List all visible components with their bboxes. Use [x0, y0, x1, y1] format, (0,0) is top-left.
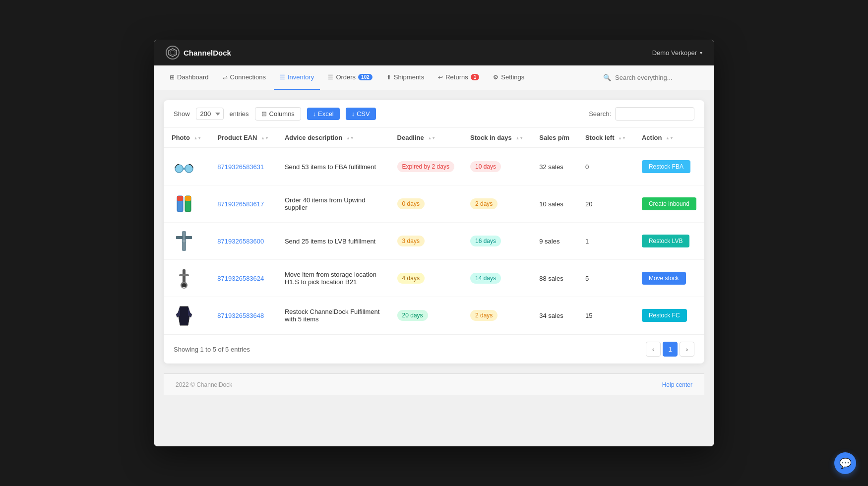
nav-item-settings[interactable]: ⚙ Settings — [487, 65, 530, 90]
cell-description: Move item from storage location H1.S to … — [277, 260, 389, 297]
controls-bar: Show 200 100 50 entries ⊟ Columns ↓ Exce… — [164, 100, 704, 128]
product-ean-link[interactable]: 8719326583600 — [217, 238, 264, 245]
deadline-badge: 3 days — [397, 236, 425, 246]
svg-marker-0 — [169, 49, 177, 57]
cell-description: Restock ChannelDock Fulfillment with 5 i… — [277, 297, 389, 334]
sales-value: 34 sales — [539, 312, 563, 319]
columns-button[interactable]: ⊟ Columns — [255, 107, 301, 121]
help-link[interactable]: Help center — [662, 381, 692, 388]
returns-badge: 1 — [471, 74, 480, 80]
inventory-icon: ☰ — [280, 74, 285, 81]
sort-icon-action[interactable]: ▲▼ — [666, 136, 674, 140]
pagination-info: Showing 1 to 5 of 5 entries — [174, 346, 250, 353]
stock-days-badge: 16 days — [470, 236, 501, 246]
cell-photo — [164, 185, 209, 223]
csv-button[interactable]: ↓ CSV — [346, 108, 376, 120]
nav-item-inventory[interactable]: ☰ Inventory — [274, 65, 320, 90]
pagination-next[interactable]: › — [680, 342, 694, 357]
sort-icon-stock-left[interactable]: ▲▼ — [618, 136, 626, 140]
show-select[interactable]: 200 100 50 — [196, 108, 224, 120]
cell-photo — [164, 297, 209, 334]
deadline-badge: 4 days — [397, 273, 425, 284]
nav-item-shipments[interactable]: ⬆ Shipments — [380, 65, 430, 90]
cell-sales-pm: 9 sales — [531, 223, 577, 260]
inventory-table: Photo ▲▼ Product EAN ▲▼ Advice descripti… — [164, 128, 704, 334]
cell-action: Restock LVB — [634, 223, 704, 260]
table-search[interactable]: Search: — [589, 107, 694, 121]
nav-item-returns[interactable]: ↩ Returns 1 — [432, 65, 485, 90]
table-row: 8719326583648 Restock ChannelDock Fulfil… — [164, 297, 704, 334]
brand-name: ChannelDock — [184, 49, 231, 57]
sort-icon-photo[interactable]: ▲▼ — [193, 136, 201, 140]
user-name: Demo Verkoper — [652, 49, 697, 57]
cell-deadline: 0 days — [389, 185, 462, 223]
pagination-prev[interactable]: ‹ — [646, 342, 661, 357]
cell-sales-pm: 34 sales — [531, 297, 577, 334]
cell-action: Move stock — [634, 260, 704, 297]
nav-label-shipments: Shipments — [394, 73, 424, 81]
chevron-down-icon: ▾ — [700, 50, 702, 56]
excel-button[interactable]: ↓ Excel — [307, 108, 340, 120]
action-button[interactable]: Move stock — [642, 272, 686, 285]
sort-icon-stock-days[interactable]: ▲▼ — [515, 136, 523, 140]
svg-rect-4 — [183, 168, 185, 170]
sort-icon-deadline[interactable]: ▲▼ — [428, 136, 435, 140]
product-ean-link[interactable]: 8719326583631 — [217, 163, 264, 171]
product-ean-link[interactable]: 8719326583648 — [217, 312, 264, 319]
sort-icon-ean[interactable]: ▲▼ — [261, 136, 269, 140]
user-menu[interactable]: Demo Verkoper ▾ — [652, 49, 702, 57]
action-button[interactable]: Restock LVB — [642, 235, 689, 247]
show-label: Show — [174, 110, 190, 118]
cell-ean: 8719326583600 — [209, 223, 277, 260]
sort-icon-description[interactable]: ▲▼ — [346, 136, 354, 140]
stock-days-badge: 14 days — [470, 273, 501, 284]
stock-left-value: 0 — [585, 163, 589, 171]
cell-ean: 8719326583617 — [209, 185, 277, 223]
csv-label: ↓ CSV — [352, 110, 370, 118]
svg-rect-8 — [185, 196, 191, 201]
cell-deadline: 20 days — [389, 297, 462, 334]
col-photo: Photo ▲▼ — [164, 128, 209, 148]
cell-sales-pm: 10 sales — [531, 185, 577, 223]
cell-stock-left: 0 — [577, 148, 634, 185]
cell-stock-left: 20 — [577, 185, 634, 223]
product-ean-link[interactable]: 8719326583617 — [217, 200, 264, 208]
orders-badge: 102 — [358, 74, 372, 80]
cell-photo — [164, 260, 209, 297]
settings-icon: ⚙ — [493, 74, 498, 81]
copyright: 2022 © ChannelDock — [176, 381, 232, 388]
chat-bubble[interactable]: 💬 — [834, 452, 856, 474]
product-photo — [172, 303, 196, 328]
stock-days-badge: 2 days — [470, 310, 497, 321]
stock-days-badge: 2 days — [470, 198, 497, 209]
search-input[interactable] — [615, 74, 704, 81]
entries-label: entries — [230, 110, 249, 118]
logo-icon — [166, 46, 180, 60]
action-button[interactable]: Restock FBA — [642, 160, 690, 173]
cell-description: Send 25 items to LVB fulfillment — [277, 223, 389, 260]
cell-deadline: 4 days — [389, 260, 462, 297]
svg-point-12 — [182, 239, 186, 243]
pagination-page-1[interactable]: 1 — [663, 342, 678, 357]
nav-item-connections[interactable]: ⇌ Connections — [217, 65, 272, 90]
action-button[interactable]: Restock FC — [642, 309, 687, 322]
nav-items: ⊞ Dashboard ⇌ Connections ☰ Inventory ☰ … — [164, 65, 530, 90]
deadline-badge: 0 days — [397, 198, 425, 209]
nav-item-dashboard[interactable]: ⊞ Dashboard — [164, 65, 215, 90]
action-button[interactable]: Create inbound — [642, 197, 696, 210]
nav-bar: ⊞ Dashboard ⇌ Connections ☰ Inventory ☰ … — [154, 65, 714, 90]
table-search-input[interactable] — [615, 107, 694, 121]
global-search[interactable]: 🔍 — [603, 74, 704, 81]
nav-item-orders[interactable]: ☰ Orders 102 — [322, 65, 378, 90]
cell-stock-left: 5 — [577, 260, 634, 297]
svg-rect-11 — [185, 236, 192, 239]
cell-stock-days: 16 days — [462, 223, 531, 260]
product-ean-link[interactable]: 8719326583624 — [217, 275, 264, 282]
cell-stock-left: 1 — [577, 223, 634, 260]
cell-sales-pm: 88 sales — [531, 260, 577, 297]
cell-ean: 8719326583631 — [209, 148, 277, 185]
cell-action: Restock FC — [634, 297, 704, 334]
dashboard-icon: ⊞ — [170, 74, 175, 81]
columns-icon: ⊟ — [261, 110, 267, 118]
app-window: ChannelDock Demo Verkoper ▾ ⊞ Dashboard … — [154, 40, 714, 446]
